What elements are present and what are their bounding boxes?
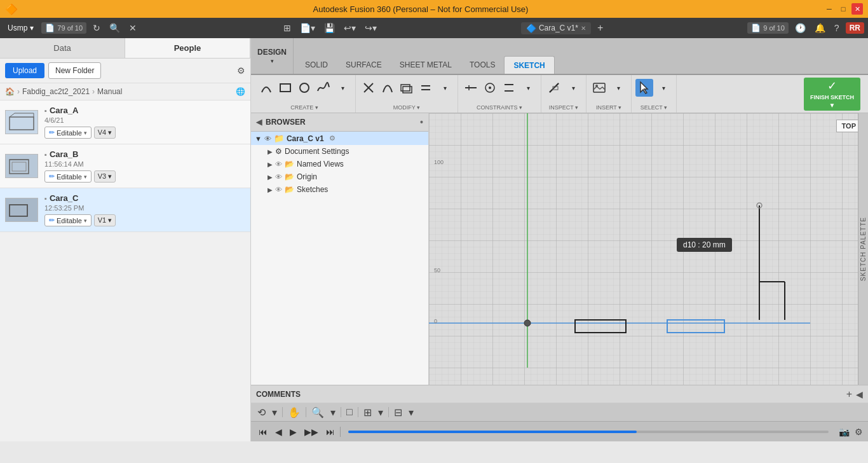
help-icon[interactable]: ? bbox=[832, 22, 842, 34]
comments-collapse-button[interactable]: ◀ bbox=[856, 389, 863, 399]
breadcrumb-project[interactable]: Fabdig_ac2t2_2021 bbox=[22, 87, 90, 96]
file-list: ▪ Cara_A 4/6/21 ✏ Editable ▾ V4 ▾ bbox=[0, 100, 250, 441]
insert-dropdown[interactable]: ▾ bbox=[609, 79, 627, 97]
breadcrumb-home-icon[interactable]: 🏠 bbox=[5, 87, 15, 96]
display-dropdown[interactable]: ▾ bbox=[407, 405, 415, 420]
tab-sheet-metal[interactable]: SHEET METAL bbox=[391, 56, 461, 74]
breadcrumb-folder[interactable]: Manual bbox=[97, 87, 122, 96]
browser-collapse-icon[interactable]: ◀ bbox=[256, 118, 262, 127]
grid-dropdown[interactable]: ▾ bbox=[377, 405, 384, 420]
notification-icon[interactable]: 🔔 bbox=[812, 22, 828, 34]
editable-badge[interactable]: ✏ Editable ▾ bbox=[44, 127, 92, 139]
browser-item[interactable]: ▶ ⚙ Document Settings bbox=[251, 145, 428, 158]
editable-badge[interactable]: ✏ Editable ▾ bbox=[44, 170, 92, 183]
tab-data[interactable]: Data bbox=[0, 38, 125, 58]
list-item[interactable]: ▪ Cara_A 4/6/21 ✏ Editable ▾ V4 ▾ bbox=[0, 100, 250, 144]
search-button[interactable]: 🔍 bbox=[107, 22, 123, 34]
tab-close-icon[interactable]: ✕ bbox=[581, 25, 586, 32]
select-tool[interactable] bbox=[635, 79, 653, 97]
user-initials[interactable]: RR bbox=[846, 22, 864, 34]
move-tool-button[interactable]: ⟲ bbox=[256, 405, 267, 420]
list-item[interactable]: ▪ Cara_B 11:56:14 AM ✏ Editable ▾ V3 ▾ bbox=[0, 144, 250, 188]
insert-image-tool[interactable] bbox=[590, 79, 608, 97]
browser-item[interactable]: ▶ 👁 📂 Named Views bbox=[251, 158, 428, 170]
offset-tool[interactable] bbox=[398, 79, 416, 97]
tab-tools[interactable]: TOOLS bbox=[461, 56, 504, 74]
new-tab-button[interactable]: + bbox=[595, 22, 606, 34]
undo-button[interactable]: ↩▾ bbox=[341, 22, 358, 34]
next-frame-button[interactable]: ▶▶ bbox=[302, 425, 321, 438]
play-button[interactable]: ▶ bbox=[287, 425, 299, 438]
zoom-button[interactable]: 🔍 bbox=[310, 405, 325, 420]
scissors-tool[interactable] bbox=[360, 79, 377, 97]
prev-frame-button[interactable]: ◀ bbox=[273, 425, 285, 438]
browser-item[interactable]: ▶ 👁 📂 Origin bbox=[251, 170, 428, 183]
comments-add-button[interactable]: + bbox=[846, 389, 852, 400]
browser-item[interactable]: ▶ 👁 📂 Sketches bbox=[251, 183, 428, 196]
tab-surface[interactable]: SURFACE bbox=[337, 56, 391, 74]
zoom-dropdown[interactable]: ▾ bbox=[329, 405, 337, 420]
breadcrumb-globe-icon[interactable]: 🌐 bbox=[236, 87, 245, 96]
circle-constraint[interactable] bbox=[481, 79, 499, 97]
orbit-button[interactable]: ▾ bbox=[271, 405, 278, 420]
spline-tool[interactable] bbox=[315, 79, 332, 97]
sketch-canvas[interactable]: 100 50 0 d bbox=[429, 113, 868, 385]
user-menu[interactable]: Usmp ▾ bbox=[4, 22, 37, 34]
tab-solid[interactable]: SOLID bbox=[296, 56, 337, 74]
redo-button[interactable]: ↪▾ bbox=[362, 22, 379, 34]
save-button[interactable]: 💾 bbox=[322, 22, 337, 34]
horizontal-constraint[interactable] bbox=[462, 79, 480, 97]
toolbar-close-button[interactable]: ✕ bbox=[126, 22, 139, 34]
display-settings-button[interactable]: ⊟ bbox=[393, 405, 403, 420]
new-folder-button[interactable]: New Folder bbox=[48, 62, 101, 79]
grid-display-button[interactable]: ⊞ bbox=[362, 405, 373, 420]
editable-badge[interactable]: ✏ Editable ▾ bbox=[44, 214, 92, 226]
browser-root-settings-icon[interactable]: ⚙ bbox=[329, 134, 336, 142]
browser-root-item[interactable]: ▼ 👁 📁 Cara_C v1 ⚙ bbox=[251, 132, 428, 145]
extend-tool[interactable] bbox=[379, 79, 397, 97]
design-dropdown-button[interactable]: DESIGN ▾ bbox=[251, 38, 294, 74]
tool-group-create: ▾ CREATE ▾ bbox=[254, 75, 356, 113]
go-start-button[interactable]: ⏮ bbox=[256, 425, 270, 438]
rectangle-tool[interactable] bbox=[276, 79, 294, 97]
minimize-button[interactable]: ─ bbox=[824, 3, 835, 15]
version-badge[interactable]: V3 ▾ bbox=[94, 170, 116, 183]
browser-pin-icon[interactable]: • bbox=[420, 117, 423, 127]
create-dropdown[interactable]: ▾ bbox=[334, 79, 351, 97]
fit-button[interactable]: □ bbox=[345, 405, 354, 419]
equals-tool[interactable] bbox=[417, 79, 435, 97]
version-badge[interactable]: V1 ▾ bbox=[94, 214, 116, 226]
modify-dropdown[interactable]: ▾ bbox=[436, 79, 454, 97]
browser-eye-icon[interactable]: 👁 bbox=[275, 173, 282, 181]
list-item[interactable]: ▪ Cara_C 12:53:25 PM ✏ Editable ▾ V1 ▾ bbox=[0, 188, 250, 232]
select-dropdown[interactable]: ▾ bbox=[654, 79, 672, 97]
go-end-button[interactable]: ⏭ bbox=[323, 425, 337, 438]
browser-eye-icon[interactable]: 👁 bbox=[275, 186, 282, 193]
arc-tool[interactable] bbox=[257, 79, 275, 97]
timeline[interactable] bbox=[348, 431, 829, 433]
parallel-constraint[interactable] bbox=[500, 79, 518, 97]
camera-icon[interactable]: 📷 bbox=[836, 425, 852, 438]
close-button[interactable]: ✕ bbox=[851, 3, 863, 15]
constraints-dropdown[interactable]: ▾ bbox=[519, 79, 537, 97]
browser-eye-icon[interactable]: 👁 bbox=[275, 160, 282, 168]
tool-group-inspect: ▾ INSPECT ▾ bbox=[541, 75, 587, 113]
version-badge[interactable]: V4 ▾ bbox=[94, 127, 116, 139]
maximize-button[interactable]: □ bbox=[837, 3, 849, 15]
tab-sketch[interactable]: SKETCH bbox=[504, 56, 554, 74]
tab-people[interactable]: People bbox=[125, 38, 250, 58]
browser-root-eye-icon[interactable]: 👁 bbox=[264, 135, 271, 142]
finish-sketch-button[interactable]: ✓ FINISH SKETCH ▼ bbox=[804, 78, 860, 111]
refresh-button[interactable]: ↻ bbox=[90, 22, 103, 34]
file-menu-button[interactable]: 📄▾ bbox=[297, 22, 318, 34]
clock-icon[interactable]: 🕐 bbox=[792, 22, 808, 34]
upload-button[interactable]: Upload bbox=[5, 63, 44, 78]
panel-settings-icon[interactable]: ⚙ bbox=[237, 66, 245, 76]
measure-tool[interactable] bbox=[545, 79, 563, 97]
inspect-dropdown[interactable]: ▾ bbox=[564, 79, 582, 97]
playback-settings-button[interactable]: ⚙ bbox=[855, 427, 863, 437]
circle-tool[interactable] bbox=[295, 79, 313, 97]
pan-button[interactable]: ✋ bbox=[287, 405, 302, 420]
sketch-palette[interactable]: SKETCH PALETTE bbox=[858, 113, 868, 385]
apps-icon[interactable]: ⊞ bbox=[281, 22, 294, 34]
